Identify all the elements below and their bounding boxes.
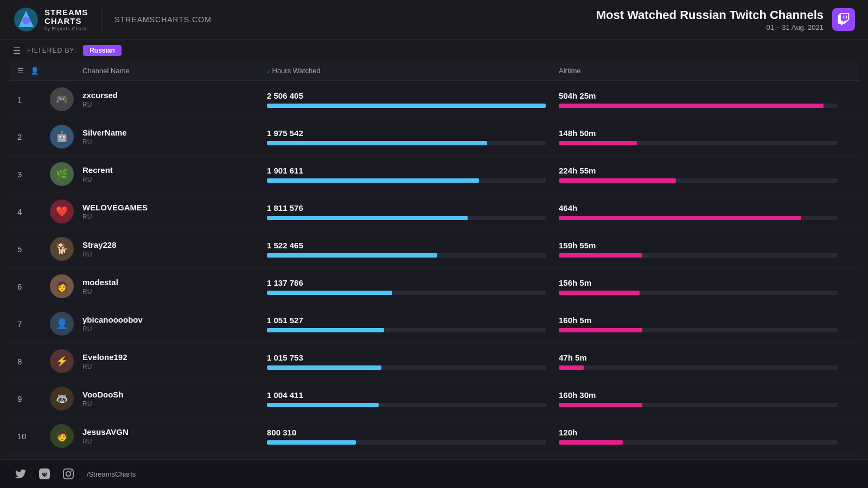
channel-name-4: WELOVEGAMES bbox=[82, 203, 267, 212]
channel-info-10: JesusAVGN RU bbox=[82, 427, 267, 445]
channel-name-8: Evelone192 bbox=[82, 352, 267, 362]
hours-watched-bar-bg-8 bbox=[267, 365, 546, 370]
channel-name-10: JesusAVGN bbox=[82, 427, 267, 436]
airtime-bar-1 bbox=[559, 104, 824, 108]
channel-info-3: Recrent RU bbox=[82, 165, 267, 183]
airtime-cell-5: 159h 55m bbox=[559, 241, 851, 258]
channel-name-6: modestal bbox=[82, 278, 267, 287]
airtime-cell-7: 160h 5m bbox=[559, 316, 851, 332]
rank-7: 7 bbox=[17, 319, 50, 329]
hours-watched-bar-bg-6 bbox=[267, 291, 546, 295]
channel-info-1: zxcursed RU bbox=[82, 91, 267, 108]
instagram-icon[interactable] bbox=[61, 466, 76, 481]
channel-name-9: VooDooSh bbox=[82, 390, 267, 399]
table-row[interactable]: 4 ❤️ WELOVEGAMES RU 1 811 576 464h bbox=[9, 193, 859, 230]
airtime-bar-bg-4 bbox=[559, 216, 838, 220]
hours-watched-bar-1 bbox=[267, 104, 546, 108]
airtime-bar-bg-5 bbox=[559, 253, 838, 258]
hours-watched-bar-bg-10 bbox=[267, 440, 546, 445]
airtime-value-5: 159h 55m bbox=[559, 241, 838, 250]
table-row[interactable]: 10 🧑 JesusAVGN RU 800 310 120h bbox=[9, 418, 859, 455]
airtime-bar-6 bbox=[559, 291, 640, 295]
airtime-bar-bg-6 bbox=[559, 291, 838, 295]
hours-watched-cell-9: 1 004 411 bbox=[267, 390, 559, 407]
airtime-bar-bg-3 bbox=[559, 178, 838, 183]
airtime-value-4: 464h bbox=[559, 203, 838, 213]
table-row[interactable]: 2 🤖 SilverName RU 1 975 542 148h 50m bbox=[9, 118, 859, 156]
rank-6: 6 bbox=[17, 282, 50, 291]
hours-watched-bar-bg-3 bbox=[267, 178, 546, 183]
table-container: ☰ 👤 Channel Name ↓ Hours Watched Airtime… bbox=[0, 61, 868, 455]
footer: /StreamsCharts bbox=[0, 459, 868, 488]
hours-watched-value-3: 1 901 611 bbox=[267, 166, 546, 175]
airtime-bar-bg-1 bbox=[559, 104, 838, 108]
hours-watched-cell-1: 2 506 405 bbox=[267, 91, 559, 108]
hours-watched-bar-10 bbox=[267, 440, 356, 445]
avatar-8: ⚡ bbox=[50, 349, 74, 373]
hours-watched-bar-7 bbox=[267, 328, 384, 332]
channel-info-5: Stray228 RU bbox=[82, 240, 267, 258]
airtime-cell-6: 156h 5m bbox=[559, 278, 851, 295]
rank-4: 4 bbox=[17, 207, 50, 216]
table-row[interactable]: 3 🌿 Recrent RU 1 901 611 224h 55m bbox=[9, 156, 859, 193]
airtime-value-7: 160h 5m bbox=[559, 316, 838, 325]
hours-watched-bar-9 bbox=[267, 403, 379, 407]
hours-watched-cell-10: 800 310 bbox=[267, 428, 559, 445]
hours-watched-value-1: 2 506 405 bbox=[267, 91, 546, 100]
hours-watched-value-10: 800 310 bbox=[267, 428, 546, 437]
list-icon: ☰ bbox=[17, 67, 24, 75]
avatar-9: 🦝 bbox=[50, 387, 74, 410]
filter-tag[interactable]: Russian bbox=[83, 45, 122, 56]
airtime-value-6: 156h 5m bbox=[559, 278, 838, 287]
table-row[interactable]: 1 🎮 zxcursed RU 2 506 405 504h 25m bbox=[9, 81, 859, 118]
avatar-4: ❤️ bbox=[50, 200, 74, 223]
page-title-area: Most Watched Russian Twitch Channels 01 … bbox=[596, 8, 824, 31]
channel-name-1: zxcursed bbox=[82, 91, 267, 100]
channel-name-5: Stray228 bbox=[82, 240, 267, 249]
airtime-cell-1: 504h 25m bbox=[559, 91, 851, 108]
avatar-10: 🧑 bbox=[50, 424, 74, 448]
channel-country-3: RU bbox=[82, 176, 267, 183]
table-row[interactable]: 5 🐕 Stray228 RU 1 522 465 159h 55m bbox=[9, 230, 859, 268]
th-rank: ☰ 👤 bbox=[17, 67, 50, 75]
logo-icon bbox=[13, 7, 39, 33]
airtime-bar-9 bbox=[559, 403, 642, 407]
airtime-bar-8 bbox=[559, 365, 584, 370]
channel-info-9: VooDooSh RU bbox=[82, 390, 267, 408]
hours-watched-bar-4 bbox=[267, 216, 468, 220]
hours-watched-bar-bg-5 bbox=[267, 253, 546, 258]
table-body: 1 🎮 zxcursed RU 2 506 405 504h 25m 2 🤖 bbox=[9, 81, 859, 455]
hours-watched-cell-7: 1 051 527 bbox=[267, 316, 559, 332]
airtime-bar-3 bbox=[559, 178, 676, 183]
channel-country-5: RU bbox=[82, 251, 267, 258]
avatar-icon: 👤 bbox=[30, 67, 39, 75]
hours-watched-cell-5: 1 522 465 bbox=[267, 241, 559, 258]
hours-watched-bar-bg-4 bbox=[267, 216, 546, 220]
twitter-icon[interactable] bbox=[13, 466, 28, 481]
table-row[interactable]: 9 🦝 VooDooSh RU 1 004 411 160h 30m bbox=[9, 380, 859, 418]
avatar-7: 👤 bbox=[50, 312, 74, 336]
hours-watched-bar-5 bbox=[267, 253, 437, 258]
rank-2: 2 bbox=[17, 132, 50, 142]
hours-watched-cell-3: 1 901 611 bbox=[267, 166, 559, 183]
logo-subtitle: by Esports Charts bbox=[44, 26, 88, 31]
airtime-bar-4 bbox=[559, 216, 801, 220]
channel-country-8: RU bbox=[82, 363, 267, 370]
table-row[interactable]: 6 👩 modestal RU 1 137 786 156h 5m bbox=[9, 268, 859, 305]
airtime-bar-bg-10 bbox=[559, 440, 838, 445]
table-row[interactable]: 7 👤 ybicanoooobov RU 1 051 527 160h 5m bbox=[9, 305, 859, 343]
header: STREAMSCHARTS by Esports Charts STREAMSC… bbox=[0, 0, 868, 40]
vk-icon[interactable] bbox=[37, 466, 52, 481]
airtime-bar-bg-7 bbox=[559, 328, 838, 332]
channel-country-2: RU bbox=[82, 138, 267, 146]
table-row[interactable]: 8 ⚡ Evelone192 RU 1 015 753 47h 5m bbox=[9, 343, 859, 380]
airtime-bar-10 bbox=[559, 440, 623, 445]
airtime-bar-2 bbox=[559, 141, 637, 145]
rank-5: 5 bbox=[17, 245, 50, 254]
logo-title: STREAMSCHARTS bbox=[44, 8, 88, 26]
hours-watched-bar-bg-7 bbox=[267, 328, 546, 332]
airtime-bar-bg-2 bbox=[559, 141, 838, 145]
sort-icon: ↓ bbox=[267, 68, 270, 74]
channel-country-1: RU bbox=[82, 101, 267, 108]
airtime-cell-8: 47h 5m bbox=[559, 353, 851, 370]
